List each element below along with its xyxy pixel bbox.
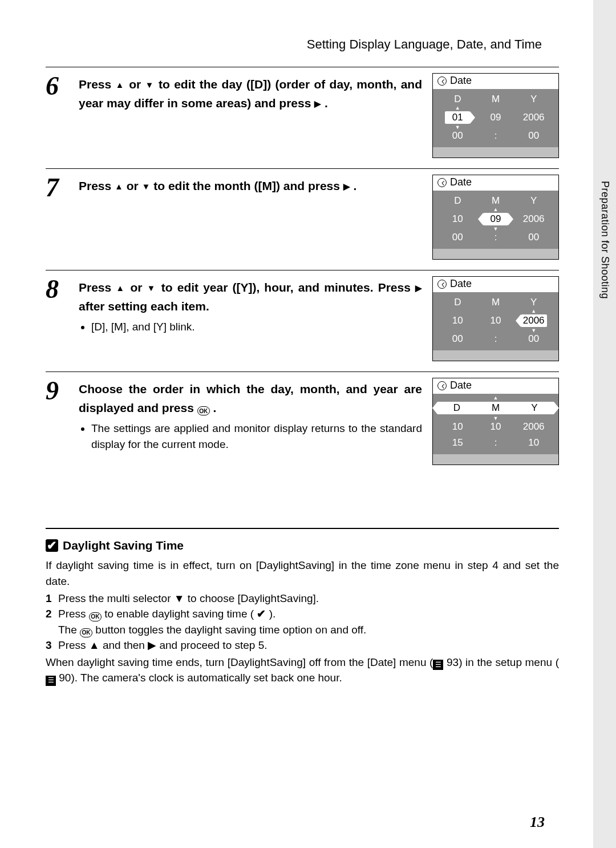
reference-icon: ☰ [433, 660, 443, 670]
down-icon: ▼ [147, 283, 157, 293]
step-instruction: Press ▲ or ▼ to edit the month ([M]) and… [79, 177, 422, 196]
section-tab: Preparation for Shooting [593, 174, 616, 362]
step-9: 9 Choose the order in which the day, mon… [46, 377, 559, 465]
step-bullet: The settings are applied and monitor dis… [91, 421, 422, 452]
down-icon: ▼ [142, 181, 151, 191]
clock-icon [437, 381, 447, 390]
day-value-selected: 01 [445, 111, 470, 124]
header-rule [46, 67, 559, 67]
daylight-saving-note: ✔Daylight Saving Time If daylight saving… [46, 528, 559, 686]
up-icon: ▲ [115, 181, 123, 191]
right-icon: ▶ [343, 181, 350, 191]
clock-icon [437, 280, 447, 289]
step-7: 7 Press ▲ or ▼ to edit the month ([M]) a… [46, 173, 559, 260]
note-step-1: Press the multi selector ▼ to choose [Da… [46, 591, 559, 607]
step-instruction: Press ▲ or ▼ to edit the day ([D]) (orde… [79, 75, 422, 112]
step-number: 8 [46, 275, 68, 361]
ok-button-icon: OK [80, 628, 92, 637]
note-step-3: Press ▲ and then ▶ and proceed to step 5… [46, 637, 559, 653]
note-step-2: Press OK to enable daylight saving time … [46, 606, 559, 637]
step-number: 9 [46, 377, 68, 465]
year-value-selected: 2006 [521, 314, 547, 327]
step-8: 8 Press ▲ or ▼ to edit year ([Y]), hour,… [46, 275, 559, 361]
step-number: 7 [46, 173, 68, 260]
lcd-screen: Date ▲ DMY ▼ 10102006 15:10 [432, 378, 559, 465]
clock-icon [437, 76, 447, 86]
clock-icon [437, 178, 447, 187]
checkmark-icon: ✔ [257, 608, 266, 620]
step-bullet: [D], [M], and [Y] blink. [91, 319, 422, 335]
lcd-screen: Date DMY 10 ▲09▼ 2006 00:00 [432, 175, 559, 260]
up-icon: ▲ [116, 283, 125, 293]
dmy-order-bar: ▲ DMY ▼ [437, 402, 554, 414]
check-badge-icon: ✔ [46, 539, 58, 552]
month-value-selected: 09 [483, 213, 508, 225]
step-instruction: Choose the order in which the day, month… [79, 380, 422, 417]
right-icon: ▶ [415, 283, 422, 293]
reference-icon: ☰ [46, 676, 56, 686]
lcd-screen: Date DMY ▲01▼ 09 2006 00:00 [432, 73, 559, 158]
lcd-title: Date [450, 75, 472, 87]
step-6: 6 Press ▲ or ▼ to edit the day ([D]) (or… [46, 72, 559, 158]
note-title: ✔Daylight Saving Time [46, 537, 559, 554]
down-icon: ▼ [145, 80, 154, 90]
lcd-screen: Date DMY 10 10 ▲2006▼ 00:00 [432, 276, 559, 361]
section-tab-label: Preparation for Shooting [599, 181, 611, 299]
page-header: Setting Display Language, Date, and Time [46, 37, 559, 52]
step-number: 6 [46, 72, 68, 158]
step-instruction: Press ▲ or ▼ to edit year ([Y]), hour, a… [79, 278, 422, 316]
up-icon: ▲ [116, 80, 125, 90]
page-number: 13 [530, 814, 545, 831]
right-icon: ▶ [314, 99, 321, 108]
note-outro: When daylight saving time ends, turn [Da… [46, 655, 559, 686]
ok-button-icon: OK [89, 612, 102, 621]
note-intro: If daylight saving time is in effect, tu… [46, 558, 559, 589]
ok-button-icon: OK [197, 406, 210, 415]
